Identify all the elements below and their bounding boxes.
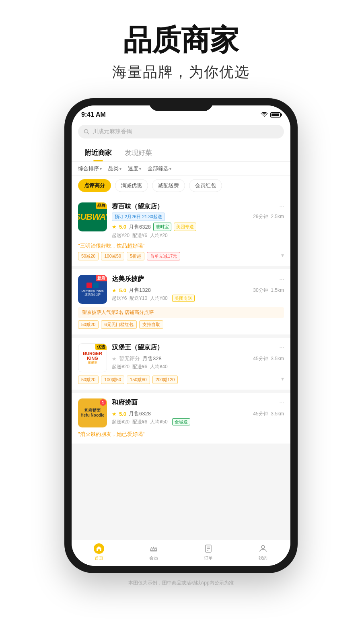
nav-member-label: 会员 <box>149 555 158 561</box>
filter-speed[interactable]: 速度 ▾ <box>128 165 141 172</box>
tab-nearby[interactable]: 附近商家 <box>78 144 118 161</box>
status-icons <box>261 112 281 118</box>
rating-hefu: 5.0 <box>119 411 126 417</box>
nav-home[interactable]: 首页 <box>72 540 126 566</box>
time-distance-bk: 45分钟 3.5km <box>253 355 284 362</box>
page-title-main: 品质商家 <box>112 24 250 56</box>
speed-arrow: ▾ <box>139 167 141 171</box>
merchant-logo-hefu: 和府捞面Hefu Noodle 1 <box>78 398 107 427</box>
promo-3-dominos[interactable]: 支持自取 <box>139 320 163 329</box>
tag-meituan-subway: 美团专送 <box>174 223 196 231</box>
promo-1-dominos[interactable]: 50减20 <box>78 320 99 329</box>
dominos-badge: 新店 <box>96 275 107 281</box>
svg-line-1 <box>88 133 89 134</box>
tag-member-coupon[interactable]: 会员红包 <box>189 179 222 192</box>
more-icon-subway[interactable]: ··· <box>279 202 284 211</box>
nav-profile[interactable]: 我的 <box>236 540 290 566</box>
nav-order[interactable]: 订单 <box>181 540 236 566</box>
time-distance-subway: 29分钟 2.5km <box>253 213 284 220</box>
nav-member[interactable]: 会员 <box>126 540 181 566</box>
promo-2-subway[interactable]: 100减50 <box>101 252 124 260</box>
main-tabs: 附近商家 发现好菜 <box>72 144 290 162</box>
promo-2-bk[interactable]: 100减50 <box>101 376 124 384</box>
promo-1-bk[interactable]: 50减20 <box>78 376 99 384</box>
promo-3-bk[interactable]: 150减80 <box>127 376 150 384</box>
monthly-subway: 月售6328 <box>129 223 151 231</box>
review-dominos: 望京披萨人气第2名 店铺高分点评 <box>78 307 284 318</box>
phone-frame: 9:41 AM 川成元麻辣香锅 <box>64 98 298 573</box>
merchant-logo-subway: SUBWAY 品牌 <box>78 202 107 231</box>
rating-dominos: 5.0 <box>119 287 126 293</box>
search-bar-wrap: 川成元麻辣香锅 <box>72 122 290 144</box>
merchant-header-hefu: 和府捞面Hefu Noodle 1 和府捞面 ··· ★ 5.0 月售6328 <box>78 398 284 427</box>
tag-free-delivery[interactable]: 减配送费 <box>152 179 185 192</box>
all-arrow: ▾ <box>169 167 171 171</box>
search-placeholder: 川成元麻辣香锅 <box>93 128 132 135</box>
filter-all[interactable]: 全部筛选 ▾ <box>148 165 171 172</box>
bottom-nav: 首页 会员 <box>72 540 290 566</box>
svg-point-8 <box>261 545 265 549</box>
merchant-info-bk: 汉堡王（望京店） ··· ★ 暂无评分 月售328 45分钟 3.5km <box>112 343 284 370</box>
collapse-subway[interactable]: ▾ <box>281 252 284 260</box>
subway-badge: 品牌 <box>96 202 107 209</box>
promo-4-bk[interactable]: 200减120 <box>152 376 178 384</box>
search-bar[interactable]: 川成元麻辣香锅 <box>78 125 284 138</box>
merchant-info-dominos: 达美乐披萨 ··· ★ 5.0 月售1328 30分钟 1.5km <box>112 275 284 302</box>
time-distance-dominos: 30分钟 1.5km <box>253 287 284 294</box>
profile-icon <box>258 543 268 554</box>
search-icon <box>84 129 89 134</box>
star-icon-hefu: ★ <box>112 411 117 417</box>
filter-sort[interactable]: 综合排序 ▾ <box>78 165 102 172</box>
merchant-card-hefu[interactable]: 和府捞面Hefu Noodle 1 和府捞面 ··· ★ 5.0 月售6328 <box>72 393 290 444</box>
svg-rect-3 <box>150 551 157 551</box>
merchant-info-subway: 赛百味（望京店） ··· 预订 2月26日 21:30起送 29分钟 2.5km… <box>112 202 284 239</box>
tag-quancheng-hefu: 全城送 <box>172 418 190 425</box>
crown-icon <box>148 543 159 554</box>
merchant-name-bk: 汉堡王（望京店） <box>112 343 163 352</box>
nav-order-label: 订单 <box>204 555 213 561</box>
tag-discount[interactable]: 满减优惠 <box>115 179 148 192</box>
merchant-card-dominos[interactable]: Domino's Pizza达美乐比萨 新店 达美乐披萨 ··· ★ 5.0 月… <box>72 269 290 334</box>
hefu-notification: 1 <box>100 399 106 406</box>
star-icon-subway: ★ <box>112 224 117 230</box>
order-icon <box>203 543 214 554</box>
tab-discover[interactable]: 发现好菜 <box>118 144 158 161</box>
nav-home-label: 首页 <box>95 555 103 561</box>
merchant-header-subway: SUBWAY 品牌 赛百味（望京店） ··· 预订 2月26日 21:30起送 … <box>78 202 284 239</box>
merchant-list: SUBWAY 品牌 赛百味（望京店） ··· 预订 2月26日 21:30起送 … <box>72 197 290 540</box>
promo-tags-subway: 50减20 100减50 5折起 首单立减17元 ▾ <box>78 252 284 260</box>
merchant-info-hefu: 和府捞面 ··· ★ 5.0 月售6328 45分钟 3.5km <box>112 398 284 425</box>
merchant-name-subway: 赛百味（望京店） <box>112 202 163 211</box>
monthly-bk: 月售328 <box>142 355 162 362</box>
more-icon-bk[interactable]: ··· <box>279 343 284 352</box>
promo-tags-bk: 50减20 100减50 150减80 200减120 ▾ <box>78 376 284 384</box>
promo-1-subway[interactable]: 50减20 <box>78 252 99 260</box>
merchant-header-dominos: Domino's Pizza达美乐比萨 新店 达美乐披萨 ··· ★ 5.0 月… <box>78 275 284 304</box>
merchant-card-bk[interactable]: BURGERKING 汉堡王 优选 汉堡王（望京店） ··· ★ 暂无评分 <box>72 338 290 390</box>
more-icon-hefu[interactable]: ··· <box>279 398 284 407</box>
phone-notch <box>149 98 213 111</box>
collapse-bk[interactable]: ▾ <box>281 376 284 384</box>
promo-tags-dominos: 50减20 6元无门槛红包 支持自取 <box>78 320 284 329</box>
status-time: 9:41 AM <box>81 111 106 118</box>
filter-category[interactable]: 品类 ▾ <box>108 165 121 172</box>
star-icon-dominos: ★ <box>112 287 117 293</box>
rating-subway: 5.0 <box>119 224 126 230</box>
promo-4-subway[interactable]: 首单立减17元 <box>147 252 180 260</box>
monthly-dominos: 月售1328 <box>129 287 151 294</box>
merchant-logo-dominos: Domino's Pizza达美乐比萨 新店 <box>78 275 107 304</box>
tag-row: 点评高分 满减优惠 减配送费 会员红包 <box>72 176 290 197</box>
merchant-card-subway[interactable]: SUBWAY 品牌 赛百味（望京店） ··· 预订 2月26日 21:30起送 … <box>72 197 290 266</box>
promo-3-subway[interactable]: 5折起 <box>127 252 144 260</box>
footer-text: 本图仅为示例，图中商品或活动以App内公示为准 <box>128 573 233 596</box>
home-icon <box>94 543 104 554</box>
monthly-hefu: 月售6328 <box>129 410 151 417</box>
more-icon-dominos[interactable]: ··· <box>279 275 284 283</box>
promo-2-dominos[interactable]: 6元无门槛红包 <box>101 320 136 329</box>
price-hefu: 起送¥20 配送¥6 人均¥50 全城送 <box>112 419 284 425</box>
merchant-name-dominos: 达美乐披萨 <box>112 275 144 283</box>
merchant-header-bk: BURGERKING 汉堡王 优选 汉堡王（望京店） ··· ★ 暂无评分 <box>78 343 284 372</box>
category-arrow: ▾ <box>119 167 121 171</box>
tag-high-rating[interactable]: 点评高分 <box>78 179 111 192</box>
merchant-name-hefu: 和府捞面 <box>112 398 138 407</box>
